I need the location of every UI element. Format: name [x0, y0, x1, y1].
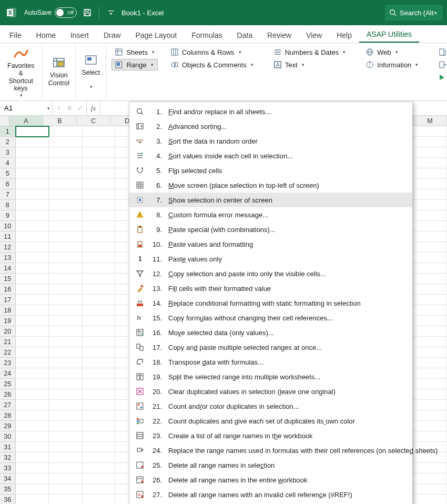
namebox-dropdown-icon[interactable]: ▾ [47, 106, 50, 111]
cell[interactable] [16, 263, 49, 274]
column-header[interactable]: B [43, 116, 77, 126]
menu-item-24[interactable]: 24.Replace the range names used in formu… [129, 443, 412, 458]
cell[interactable] [16, 463, 49, 473]
cell[interactable] [414, 168, 447, 179]
row-header[interactable]: 4 [0, 158, 16, 168]
range-menu[interactable]: Range▾ [111, 59, 157, 70]
tab-asap-utilities[interactable]: ASAP Utilities [359, 26, 419, 43]
row-header[interactable]: 1 [0, 126, 16, 137]
row-header[interactable]: 10 [0, 221, 16, 231]
cell[interactable] [414, 326, 447, 337]
tab-page-layout[interactable]: Page Layout [128, 27, 185, 43]
row-header[interactable]: 16 [0, 284, 16, 295]
cell[interactable] [49, 379, 82, 389]
cell[interactable] [82, 316, 115, 326]
row-header[interactable]: 18 [0, 305, 16, 316]
cell[interactable] [414, 368, 447, 379]
cell[interactable] [414, 295, 447, 305]
row-header[interactable]: 7 [0, 189, 16, 200]
cell[interactable] [49, 189, 82, 200]
cell[interactable] [414, 253, 447, 263]
row-header[interactable]: 25 [0, 379, 16, 389]
cell[interactable] [49, 452, 82, 463]
cell[interactable] [82, 452, 115, 463]
menu-item-11[interactable]: 111.Paste values only [129, 251, 412, 266]
cell[interactable] [414, 358, 447, 368]
cell[interactable] [16, 495, 49, 504]
menu-item-12[interactable]: 12.Copy selection and paste into only th… [129, 266, 412, 281]
cell[interactable] [82, 231, 115, 242]
cell[interactable] [414, 389, 447, 400]
cell[interactable] [82, 126, 115, 137]
start-menu[interactable]: Start▾ [435, 72, 447, 83]
cell[interactable] [16, 421, 49, 431]
cell[interactable] [82, 431, 115, 442]
cell[interactable] [82, 179, 115, 189]
objects-comments-menu[interactable]: Objects & Comments▾ [167, 59, 257, 70]
cell[interactable] [82, 242, 115, 253]
cell[interactable] [49, 473, 82, 484]
cell[interactable] [414, 347, 447, 358]
information-menu[interactable]: Information▾ [362, 59, 421, 70]
cell[interactable] [414, 242, 447, 253]
menu-item-6[interactable]: 6.Move screen (place selection in top-le… [129, 178, 412, 193]
cell[interactable] [16, 442, 49, 452]
cell[interactable] [82, 253, 115, 263]
menu-item-25[interactable]: 25.Delete all range names in selection [129, 458, 412, 472]
cell[interactable] [82, 358, 115, 368]
cell[interactable] [414, 231, 447, 242]
tab-formulas[interactable]: Formulas [184, 27, 229, 43]
cell[interactable] [49, 347, 82, 358]
menu-item-23[interactable]: 23.Create a list of all range names in t… [129, 428, 412, 443]
row-header[interactable]: 11 [0, 231, 16, 242]
cell[interactable] [82, 200, 115, 210]
menu-item-4[interactable]: 4.Sort values inside each cell in select… [129, 148, 412, 163]
cell[interactable] [49, 126, 82, 137]
column-header[interactable]: M [413, 116, 447, 126]
cell[interactable] [414, 210, 447, 221]
row-header[interactable]: 33 [0, 463, 16, 473]
cell[interactable] [414, 274, 447, 284]
cell[interactable] [414, 379, 447, 389]
cell[interactable] [414, 158, 447, 168]
cell[interactable] [16, 253, 49, 263]
cell[interactable] [16, 452, 49, 463]
tab-draw[interactable]: Draw [96, 27, 128, 43]
cell[interactable] [16, 305, 49, 316]
row-header[interactable]: 19 [0, 316, 16, 326]
row-header[interactable]: 30 [0, 431, 16, 442]
cell[interactable] [82, 305, 115, 316]
favorites-shortcut-keys-button[interactable]: Favorites & Shortcut keys▾ [4, 45, 37, 100]
web-menu[interactable]: Web▾ [362, 46, 421, 58]
cell[interactable] [82, 284, 115, 295]
enter-formula-icon[interactable]: ✓ [75, 104, 85, 112]
cell[interactable] [16, 316, 49, 326]
text-menu[interactable]: A Text▾ [270, 59, 349, 70]
tab-view[interactable]: View [299, 27, 329, 43]
row-header[interactable]: 15 [0, 274, 16, 284]
cell[interactable] [49, 410, 82, 421]
cell[interactable] [16, 189, 49, 200]
menu-item-19[interactable]: 19.Split the selected range into multipl… [129, 369, 412, 384]
cell[interactable] [16, 242, 49, 253]
column-header[interactable]: C [77, 116, 110, 126]
menu-item-7[interactable]: 7.Show selection in center of screen [129, 193, 412, 207]
cell[interactable] [414, 410, 447, 421]
menu-item-8[interactable]: 8.Custom formula error message... [129, 207, 412, 222]
cell[interactable] [49, 484, 82, 495]
cell[interactable] [82, 389, 115, 400]
cell[interactable] [49, 274, 82, 284]
cell[interactable] [16, 431, 49, 442]
menu-item-15[interactable]: fx15.Copy formulas without changing thei… [129, 310, 412, 325]
cell[interactable] [16, 326, 49, 337]
menu-item-10[interactable]: 10.Paste values and formatting [129, 237, 412, 251]
row-header[interactable]: 8 [0, 200, 16, 210]
select-button[interactable]: Select▾ [80, 45, 101, 98]
cell[interactable] [16, 284, 49, 295]
cell[interactable] [49, 295, 82, 305]
row-header[interactable]: 23 [0, 358, 16, 368]
menu-item-20[interactable]: 20.Clear duplicated values in selection … [129, 384, 412, 399]
name-box[interactable]: ▾ [0, 101, 53, 115]
cell[interactable] [414, 147, 447, 158]
import-menu[interactable]: Import [435, 46, 447, 58]
